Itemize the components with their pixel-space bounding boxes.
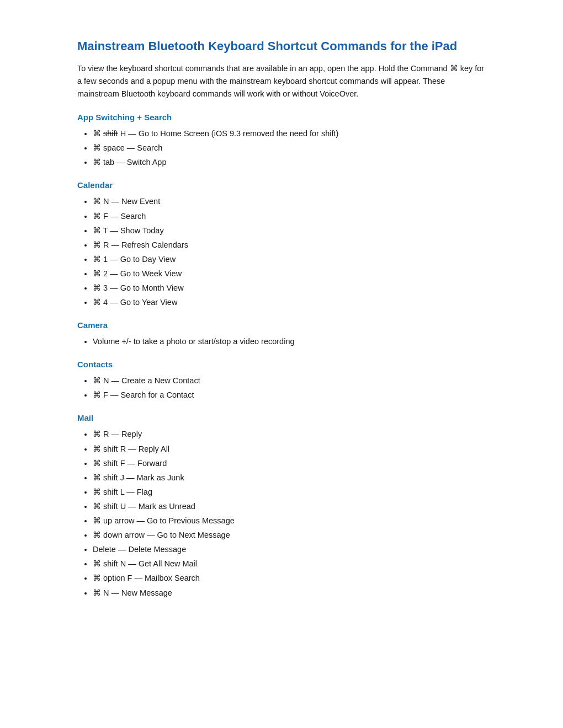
shortcut-list-camera: Volume +/- to take a photo or start/stop… — [77, 334, 486, 349]
list-item: ⌘ N — Create a New Contact — [93, 373, 486, 388]
list-item: ⌘ shift F — Forward — [93, 456, 486, 470]
shortcut-list-calendar: ⌘ N — New Event⌘ F — Search⌘ T — Show To… — [77, 194, 486, 309]
shortcut-list-app-switching: ⌘ shift H — Go to Home Screen (iOS 9.3 r… — [77, 126, 486, 169]
section-mail: Mail⌘ R — Reply⌘ shift R — Reply All⌘ sh… — [77, 413, 486, 599]
list-item: ⌘ space — Search — [93, 141, 486, 155]
list-item: ⌘ shift J — Mark as Junk — [93, 470, 486, 485]
list-item: ⌘ shift L — Flag — [93, 485, 486, 499]
list-item: ⌘ R — Reply — [93, 427, 486, 441]
shortcut-list-mail: ⌘ R — Reply⌘ shift R — Reply All⌘ shift … — [77, 427, 486, 599]
list-item: ⌘ shift N — Get All New Mail — [93, 556, 486, 571]
page-container: Mainstream Bluetooth Keyboard Shortcut C… — [0, 0, 563, 650]
list-item: ⌘ T — Show Today — [93, 223, 486, 238]
section-title-camera: Camera — [77, 320, 486, 330]
list-item: ⌘ up arrow — Go to Previous Message — [93, 513, 486, 528]
shortcut-list-contacts: ⌘ N — Create a New Contact⌘ F — Search f… — [77, 373, 486, 402]
section-title-contacts: Contacts — [77, 360, 486, 369]
section-calendar: Calendar⌘ N — New Event⌘ F — Search⌘ T —… — [77, 180, 486, 309]
page-title: Mainstream Bluetooth Keyboard Shortcut C… — [77, 39, 486, 55]
list-item: ⌘ 1 — Go to Day View — [93, 252, 486, 266]
list-item: ⌘ tab — Switch App — [93, 155, 486, 169]
list-item: ⌘ shift R — Reply All — [93, 442, 486, 456]
list-item: ⌘ 3 — Go to Month View — [93, 281, 486, 295]
list-item: ⌘ N — New Event — [93, 194, 486, 208]
list-item: Volume +/- to take a photo or start/stop… — [93, 334, 486, 349]
section-app-switching: App Switching + Search⌘ shift H — Go to … — [77, 113, 486, 169]
sections-container: App Switching + Search⌘ shift H — Go to … — [77, 113, 486, 599]
list-item: ⌘ option F — Mailbox Search — [93, 571, 486, 585]
list-item: ⌘ 4 — Go to Year View — [93, 295, 486, 309]
section-title-calendar: Calendar — [77, 180, 486, 190]
list-item: ⌘ F — Search — [93, 209, 486, 223]
section-contacts: Contacts⌘ N — Create a New Contact⌘ F — … — [77, 360, 486, 402]
section-title-app-switching: App Switching + Search — [77, 113, 486, 122]
list-item: ⌘ shift H — Go to Home Screen (iOS 9.3 r… — [93, 126, 486, 141]
list-item: ⌘ shift U — Mark as Unread — [93, 499, 486, 513]
intro-paragraph: To view the keyboard shortcut commands t… — [77, 62, 486, 101]
list-item: ⌘ F — Search for a Contact — [93, 388, 486, 402]
list-item: ⌘ N — New Message — [93, 586, 486, 600]
list-item: ⌘ down arrow — Go to Next Message — [93, 528, 486, 542]
list-item: ⌘ R — Refresh Calendars — [93, 238, 486, 252]
section-camera: CameraVolume +/- to take a photo or star… — [77, 320, 486, 349]
list-item: ⌘ 2 — Go to Week View — [93, 266, 486, 281]
section-title-mail: Mail — [77, 413, 486, 422]
list-item: Delete — Delete Message — [93, 542, 486, 556]
